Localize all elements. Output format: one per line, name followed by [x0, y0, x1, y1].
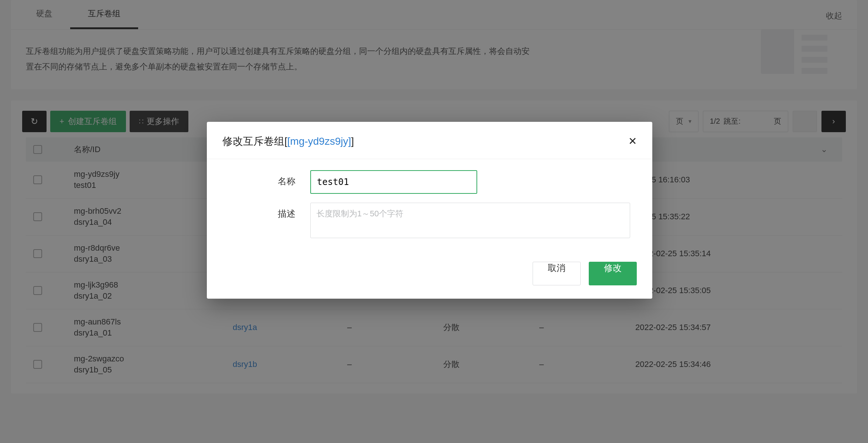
- close-icon[interactable]: ✕: [628, 136, 637, 147]
- modal-title-bracket-open: [: [284, 135, 287, 147]
- desc-label: 描述: [229, 203, 295, 220]
- name-label: 名称: [229, 170, 295, 187]
- modal-title-text: 修改互斥卷组: [222, 134, 284, 148]
- form-row-name: 名称: [229, 170, 630, 194]
- edit-mutex-group-modal: 修改互斥卷组 [ [mg-yd9zs9jy] ] ✕ 名称 描述 取消 修改: [207, 122, 652, 299]
- desc-textarea[interactable]: [310, 203, 630, 238]
- cancel-button[interactable]: 取消: [533, 262, 581, 285]
- modal-body: 名称 描述: [207, 159, 652, 262]
- modal-title: 修改互斥卷组 [ [mg-yd9zs9jy] ]: [222, 134, 354, 148]
- submit-button[interactable]: 修改: [589, 262, 637, 285]
- name-input[interactable]: [310, 170, 477, 194]
- modal-title-bracket-close: ]: [351, 135, 354, 147]
- modal-footer: 取消 修改: [207, 262, 652, 299]
- form-row-desc: 描述: [229, 203, 630, 238]
- modal-entity-id: [mg-yd9zs9jy]: [287, 135, 351, 147]
- modal-header: 修改互斥卷组 [ [mg-yd9zs9jy] ] ✕: [207, 122, 652, 159]
